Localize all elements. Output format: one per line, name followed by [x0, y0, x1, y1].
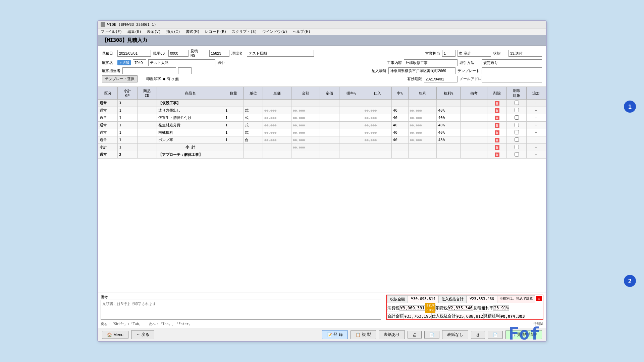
delete-row-button[interactable]: 🗑 — [495, 138, 499, 142]
menu-format[interactable]: 書式(M) — [186, 29, 200, 34]
pdf-ari-button[interactable]: 📄 — [424, 331, 439, 339]
table-row: 通常 1 【仮設工事】 🗑 ＋ — [98, 100, 546, 107]
close-totals-button[interactable]: × — [536, 296, 542, 301]
template-label: テンプレート — [458, 68, 480, 73]
add-row-button[interactable]: ＋ — [534, 137, 538, 143]
mitsumori-date-label: 見積日 — [102, 51, 115, 56]
th-shunyu: 仕入 — [363, 87, 391, 100]
menu-view[interactable]: 表示(V) — [147, 29, 161, 34]
totals-row-1: 税抜金額 ¥30,693,814 仕入税抜合計 ¥23,353,466 ※粗利は… — [387, 295, 543, 303]
th-hinmei-cd: 商品CD — [137, 87, 157, 100]
delete-row-button[interactable]: 🗑 — [495, 108, 499, 113]
mitsumori-date-input[interactable] — [117, 50, 151, 57]
delete-checkbox[interactable] — [515, 130, 519, 134]
delete-checkbox[interactable] — [515, 123, 519, 127]
mitsumori-no-input[interactable] — [209, 50, 229, 57]
menu-button[interactable]: 🏠 Menu — [102, 331, 128, 339]
add-row-button[interactable]: ＋ — [534, 152, 538, 158]
kokyaku-tanto-input[interactable] — [122, 67, 176, 74]
summary-area: 備考 戻る：『Shift』+『Tab』 次へ：『Tab』、『Enter』 税抜金… — [98, 293, 546, 328]
add-row-button[interactable]: ＋ — [534, 115, 538, 121]
page-title: 【WI308】見積入力 — [98, 35, 546, 46]
delete-row-button[interactable]: 🗑 — [495, 101, 499, 106]
gokei-value: ¥33,763,195 — [404, 314, 431, 319]
th-sakujo-taisho: 削除対象 — [507, 87, 526, 100]
status-input[interactable] — [508, 50, 542, 57]
table-container[interactable]: 区分 小計GP 商品CD 商品名 数量 単位 単価 金額 定価 掛率% 仕入 率… — [98, 87, 546, 293]
delete-row-button[interactable]: 🗑 — [495, 153, 499, 157]
koji-naiyo-input[interactable] — [404, 59, 458, 66]
genba-cd-input[interactable] — [168, 50, 189, 57]
add-row-button[interactable]: ＋ — [534, 144, 538, 150]
register-button[interactable]: 📝 登 録 — [322, 330, 347, 339]
status-label: 状態 — [493, 51, 506, 56]
table-row: 通常 2 【アプローチ：解体工事】 🗑 ＋ — [98, 151, 546, 159]
add-row-button[interactable]: ＋ — [534, 122, 538, 128]
kokyaku-tanto2-input[interactable] — [178, 67, 192, 74]
td-hinmei: 【仮設工事】 — [157, 100, 224, 107]
template-input[interactable] — [482, 67, 542, 74]
notes-input[interactable] — [101, 300, 381, 320]
delete-checkbox[interactable] — [515, 108, 519, 112]
mail-input[interactable] — [482, 76, 542, 82]
add-row-button[interactable]: ＋ — [534, 100, 538, 106]
menu-window[interactable]: ウインドウ(W) — [262, 29, 287, 34]
template-select-button[interactable]: テンプレート選択 — [102, 75, 138, 82]
genba-name-label: 現場名 — [231, 51, 245, 56]
genba-name-input[interactable] — [247, 50, 314, 57]
delete-checkbox[interactable] — [515, 115, 519, 120]
delete-checkbox[interactable] — [515, 145, 519, 149]
add-row-button[interactable]: ＋ — [534, 108, 538, 113]
delete-row-button[interactable]: 🗑 — [495, 123, 499, 128]
print-icon: 🖨 — [413, 333, 417, 337]
delete-row-button[interactable]: 🗑 — [495, 145, 499, 150]
hyoshi-ari-button[interactable]: 表紙あり — [379, 330, 405, 339]
menu-edit[interactable]: 編集(E) — [127, 29, 142, 34]
table-row: 通常 1 遣り方墨出し 1 式 ●●,●●● ●●,●●● ●●,●●● 40 … — [98, 107, 546, 114]
menu-file[interactable]: ファイル(F) — [101, 29, 122, 34]
yuko-input[interactable] — [424, 76, 458, 82]
menu-help[interactable]: ヘルプ(H) — [293, 29, 311, 34]
mitsumori-arari2-label: 見積粗利 — [483, 313, 500, 319]
menu-insert[interactable]: 挿入(I) — [166, 29, 180, 34]
delete-checkbox[interactable] — [515, 101, 519, 105]
mitsumori-no-label: 見積NO — [191, 49, 207, 58]
table-row: 通常 1 発生材処分費 1 式 ●●,●●● ●●,●●● ●●,●●● 40 … — [98, 122, 546, 129]
print-nashi-button[interactable]: 🖨 — [471, 331, 485, 339]
copy-button[interactable]: 📋 複 製 — [351, 330, 376, 339]
ochu-label: 御中 — [217, 60, 231, 65]
납입장소-input[interactable] — [388, 67, 455, 74]
shunyu-label: 仕入税抜合計 — [438, 295, 467, 303]
delete-checkbox[interactable] — [515, 152, 519, 157]
th-tsuika: 追加 — [526, 87, 546, 100]
pdf-nashi-button[interactable]: 📄 — [488, 331, 503, 339]
delete-row-button[interactable]: 🗑 — [495, 130, 499, 135]
delete-row-button[interactable]: 🗑 — [495, 116, 499, 120]
kokyaku-id-input[interactable] — [133, 59, 146, 66]
tax-change-button[interactable]: 旧税率に変更 — [425, 303, 435, 313]
back-button[interactable]: ← 戻る — [131, 330, 154, 339]
torihiki-input[interactable] — [482, 59, 542, 66]
mitsumori-arari-label: 見積粗利率 — [473, 305, 494, 311]
th-kakuritsu: 掛率% — [339, 87, 363, 100]
hyoshi-nashi-button[interactable]: 表紙なし — [442, 330, 468, 339]
tanto-name-input[interactable] — [458, 50, 491, 57]
genba-cd-label: 現場CD — [153, 51, 166, 56]
menu-record[interactable]: レコード(R) — [205, 29, 226, 34]
kokyaku-name-input[interactable] — [148, 59, 215, 66]
menu-script[interactable]: スクリプト(S) — [232, 29, 257, 34]
shohizei2-value: ¥2,335,346 — [448, 305, 473, 311]
td-shokei: 1 — [118, 100, 137, 107]
delete-checkbox[interactable] — [515, 137, 519, 142]
print-ari-button[interactable]: 🖨 — [408, 331, 422, 339]
app-icon — [101, 22, 105, 27]
eigyo-tanto-input[interactable] — [442, 50, 455, 57]
gokei-label: 合計金額 — [387, 313, 404, 319]
window-title: WIDE (BFHW33-255061-1) — [107, 22, 156, 27]
kokyaku-mei-label: 顧客名 — [102, 60, 115, 65]
th-shokei: 小計GP — [118, 87, 137, 100]
table-row-subtotal: 小計 1 小 計 ●●,●●● 🗑 ＋ — [98, 144, 546, 151]
add-customer-button[interactable]: ＋追加 — [117, 60, 131, 65]
fof-text: Fof — [508, 323, 540, 344]
add-row-button[interactable]: ＋ — [534, 130, 538, 135]
